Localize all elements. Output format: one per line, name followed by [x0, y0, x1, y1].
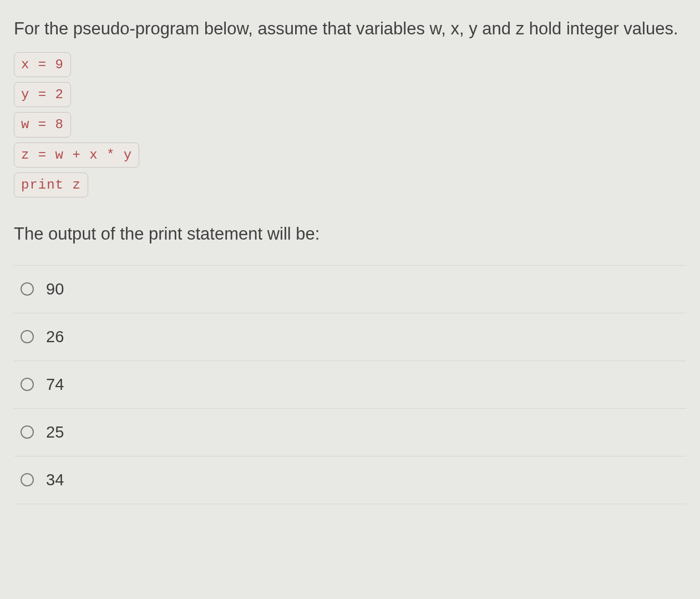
radio-icon[interactable]	[21, 473, 34, 486]
option-label: 25	[46, 423, 64, 441]
option-label: 74	[46, 375, 64, 394]
code-block: x = 9 y = 2 w = 8 z = w + x * y print z	[14, 52, 686, 197]
code-line: y = 2	[14, 82, 71, 107]
option-label: 34	[46, 471, 64, 489]
answer-option[interactable]: 25	[14, 408, 686, 456]
answer-option[interactable]: 26	[14, 313, 686, 361]
answer-option[interactable]: 34	[14, 456, 686, 504]
option-label: 90	[46, 280, 64, 298]
answer-option[interactable]: 90	[14, 265, 686, 313]
option-label: 26	[46, 328, 64, 346]
code-line: print z	[14, 172, 88, 197]
question-prompt: The output of the print statement will b…	[14, 224, 686, 244]
options-list: 90 26 74 25 34	[14, 265, 686, 504]
code-line: w = 8	[14, 112, 71, 137]
radio-icon[interactable]	[21, 425, 34, 439]
question-intro: For the pseudo-program below, assume tha…	[14, 16, 686, 42]
question-container: For the pseudo-program below, assume tha…	[14, 16, 686, 504]
radio-icon[interactable]	[21, 330, 34, 343]
code-line: z = w + x * y	[14, 143, 139, 167]
code-line: x = 9	[14, 52, 71, 77]
answer-option[interactable]: 74	[14, 361, 686, 408]
radio-icon[interactable]	[21, 282, 34, 296]
radio-icon[interactable]	[21, 378, 34, 391]
